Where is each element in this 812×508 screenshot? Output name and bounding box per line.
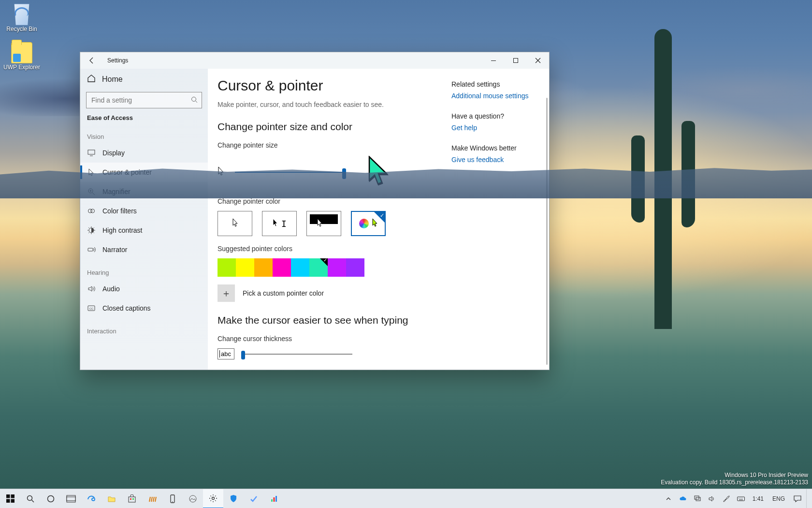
pointer-size-slider[interactable] xyxy=(235,166,346,178)
taskbar-settings[interactable] xyxy=(203,489,223,508)
pointer-inverted-icon xyxy=(317,218,323,229)
desktop-icon-label: Recycle Bin xyxy=(6,26,37,32)
svg-rect-25 xyxy=(271,499,273,502)
close-button[interactable] xyxy=(527,52,549,69)
section-typing-cursor: Make the cursor easier to see when typin… xyxy=(218,314,539,326)
start-button[interactable] xyxy=(0,489,20,508)
sidebar-item-label: Display xyxy=(102,149,125,157)
build-watermark: Windows 10 Pro Insider Preview Evaluatio… xyxy=(661,472,808,487)
sidebar-item-closed-captions[interactable]: CC Closed captions xyxy=(80,299,208,318)
color-filters-icon xyxy=(87,207,96,215)
taskbar-phone[interactable] xyxy=(162,489,183,508)
search-input[interactable] xyxy=(86,92,202,108)
color-swatch[interactable] xyxy=(218,258,236,277)
sidebar-item-label: Magnifier xyxy=(102,188,130,195)
systray-pen[interactable] xyxy=(720,489,733,508)
titlebar[interactable]: Settings xyxy=(80,52,549,69)
color-swatch[interactable] xyxy=(236,258,254,277)
link-give-feedback[interactable]: Give us feedback xyxy=(451,156,538,164)
systray-network[interactable] xyxy=(691,489,704,508)
color-option-white[interactable] xyxy=(218,211,252,236)
home-icon xyxy=(87,74,96,85)
taskbar-chart[interactable] xyxy=(264,489,284,508)
sidebar-item-high-contrast[interactable]: High contrast xyxy=(80,221,208,240)
back-button[interactable] xyxy=(85,54,99,67)
svg-rect-17 xyxy=(66,497,76,501)
sidebar-item-cursor-pointer[interactable]: Cursor & pointer xyxy=(80,163,208,182)
high-contrast-icon xyxy=(87,226,96,235)
magnifier-icon xyxy=(87,187,96,196)
link-get-help[interactable]: Get help xyxy=(451,124,538,132)
taskbar-store[interactable] xyxy=(122,489,142,508)
svg-rect-10 xyxy=(6,494,10,498)
cursor-thickness-slider[interactable] xyxy=(241,350,352,359)
scrollbar[interactable] xyxy=(546,98,548,365)
taskbar-search[interactable] xyxy=(20,489,41,508)
taskbar-photos[interactable] xyxy=(183,489,203,508)
taskbar-todo[interactable] xyxy=(244,489,264,508)
taskbar-app-1[interactable] xyxy=(142,489,162,508)
search-icon xyxy=(190,96,198,105)
color-option-inverted[interactable]: I xyxy=(306,211,341,236)
svg-point-3 xyxy=(88,189,93,193)
color-wheel-icon xyxy=(359,219,369,228)
sidebar-item-magnifier[interactable]: Magnifier xyxy=(80,182,208,201)
desktop-icon-label: UWP Explorer xyxy=(3,64,40,71)
maximize-button[interactable] xyxy=(505,52,527,69)
systray-volume[interactable] xyxy=(705,489,719,508)
desktop-icon-recycle-bin[interactable]: Recycle Bin xyxy=(3,4,41,32)
sidebar-home[interactable]: Home xyxy=(80,69,208,90)
pick-custom-color[interactable]: ＋ Pick a custom pointer color xyxy=(218,284,539,302)
sidebar-item-label: Cursor & pointer xyxy=(102,168,152,176)
cursor-thickness-preview: abc xyxy=(218,348,234,359)
color-option-black[interactable]: I xyxy=(262,211,297,236)
color-swatch[interactable] xyxy=(346,258,364,277)
audio-icon xyxy=(87,284,96,293)
sidebar-group-vision: Vision xyxy=(80,123,208,143)
systray-onedrive[interactable] xyxy=(676,489,690,508)
color-swatch[interactable] xyxy=(291,258,309,277)
sidebar-item-display[interactable]: Display xyxy=(80,143,208,163)
check-icon: ✓ xyxy=(380,212,384,219)
minimize-button[interactable] xyxy=(482,52,505,69)
color-swatch[interactable] xyxy=(328,258,346,277)
narrator-icon xyxy=(87,245,96,254)
taskbar-edge[interactable] xyxy=(81,489,102,508)
taskbar-explorer[interactable] xyxy=(102,489,122,508)
color-swatch[interactable] xyxy=(254,258,273,277)
systray-keyboard[interactable] xyxy=(734,489,748,508)
systray-time[interactable]: 1:41 xyxy=(749,489,768,508)
svg-rect-26 xyxy=(274,497,275,502)
taskbar-security[interactable] xyxy=(223,489,244,508)
sidebar-item-narrator[interactable]: Narrator xyxy=(80,240,208,259)
color-option-custom[interactable]: ✓ xyxy=(351,211,386,236)
systray-language[interactable]: ENG xyxy=(768,489,789,508)
taskbar-taskview[interactable] xyxy=(61,489,81,508)
show-desktop[interactable] xyxy=(806,489,810,508)
svg-point-1 xyxy=(192,97,196,102)
svg-rect-7 xyxy=(88,248,93,251)
taskbar-cortana[interactable] xyxy=(41,489,61,508)
color-swatch[interactable] xyxy=(309,258,328,277)
svg-rect-30 xyxy=(737,497,744,501)
svg-point-24 xyxy=(212,497,215,499)
systray-action-center[interactable] xyxy=(790,489,805,508)
sidebar-item-label: Narrator xyxy=(102,246,127,254)
color-swatch[interactable] xyxy=(273,258,291,277)
systray-chevron[interactable] xyxy=(662,489,675,508)
svg-point-22 xyxy=(172,501,173,502)
sidebar-item-audio[interactable]: Audio xyxy=(80,279,208,299)
plus-button[interactable]: ＋ xyxy=(218,284,235,302)
recycle-bin-icon xyxy=(11,4,32,25)
settings-window: Settings Home xyxy=(80,52,550,370)
sidebar-section-title: Ease of Access xyxy=(80,108,208,123)
link-additional-mouse-settings[interactable]: Additional mouse settings xyxy=(451,92,538,100)
sidebar-item-label: Audio xyxy=(102,285,120,293)
desktop-icon-uwp-explorer[interactable]: UWP Explorer xyxy=(3,42,41,71)
svg-rect-11 xyxy=(11,494,14,498)
svg-point-5 xyxy=(91,209,95,213)
folder-icon xyxy=(11,42,32,63)
related-links-panel: Related settings Additional mouse settin… xyxy=(451,80,538,164)
sidebar-item-color-filters[interactable]: Color filters xyxy=(80,201,208,221)
sidebar-item-label: Color filters xyxy=(102,207,137,215)
